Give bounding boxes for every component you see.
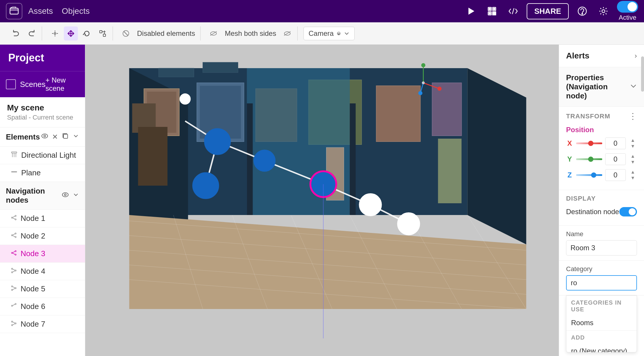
node-1-label: Node 1 [21,214,45,223]
select-tool[interactable] [48,26,62,41]
destination-node-toggle[interactable] [619,207,637,216]
node-5-label: Node 5 [21,284,45,293]
scenes-row: Scenes + New scene [0,71,85,97]
plane-item[interactable]: Plane [0,164,85,182]
y-axis-slider[interactable] [576,158,602,160]
svg-rect-91 [159,68,194,77]
viewport[interactable] [85,45,559,356]
svg-marker-1 [468,8,474,15]
y-step-down[interactable]: ▼ [629,159,637,165]
nav-nodes-expand-icon[interactable] [73,192,79,200]
svg-rect-6 [493,8,495,10]
node-7-label: Node 7 [21,320,45,329]
y-axis-row: Y 0 ▲ ▼ [566,153,637,165]
svg-line-74 [13,324,15,325]
elements-eye-icon[interactable] [41,132,49,142]
x-step-down[interactable]: ▼ [629,143,637,149]
right-panel-scrollbar[interactable] [641,56,644,92]
svg-line-61 [13,271,15,272]
svg-point-127 [418,91,423,95]
x-axis-slider[interactable] [576,142,602,144]
node-6-icon [11,303,17,311]
scenes-label[interactable]: Scenes [20,80,46,89]
transform-label: TRANSFORM [566,112,629,120]
svg-line-65 [13,287,15,288]
new-category-item[interactable]: ro (New category) [566,343,637,352]
node-2-item[interactable]: Node 2 [0,227,85,245]
x-axis-value[interactable]: 0 [605,137,626,149]
share-button[interactable]: SHARE [527,3,569,19]
node-6-label: Node 6 [21,302,45,311]
mesh-both-sides-toggle[interactable] [280,26,294,41]
scale-tool[interactable] [96,26,110,41]
plane-icon [11,169,18,177]
nav-nodes-eye-icon[interactable] [61,191,69,200]
rotate-tool[interactable] [80,26,94,41]
node-6-item[interactable]: Node 6 [0,298,85,315]
x-step-up[interactable]: ▲ [629,137,637,143]
directional-light-item[interactable]: Directional Light [0,147,85,164]
name-section: Name [559,226,644,261]
category-label: Category [566,265,637,273]
active-toggle[interactable] [617,1,638,13]
z-axis-label: Z [566,171,573,179]
move-tool[interactable] [64,26,78,41]
node-4-item[interactable]: Node 4 [0,263,85,280]
category-input[interactable] [566,275,637,290]
y-step-up[interactable]: ▲ [629,153,637,159]
camera-dropdown[interactable]: Camera [303,27,354,40]
y-axis-value[interactable]: 0 [605,153,626,165]
svg-rect-21 [100,31,102,33]
z-step-up[interactable]: ▲ [629,169,637,175]
z-axis-slider[interactable] [576,174,602,176]
redo-button[interactable] [25,26,39,41]
y-axis-stepper: ▲ ▼ [629,153,637,165]
alerts-arrow-icon[interactable]: › [635,52,637,60]
play-button[interactable] [463,4,478,19]
svg-point-68 [15,303,16,305]
settings-button[interactable] [596,4,611,19]
destination-node-label: Destination node [566,208,619,216]
svg-point-59 [15,270,16,271]
x-axis-label: X [566,139,573,147]
elements-copy-icon[interactable] [61,132,69,142]
svg-point-70 [11,321,13,322]
node-5-item[interactable]: Node 5 [0,280,85,298]
nav-assets[interactable]: Assets [28,4,53,18]
svg-point-120 [398,213,420,235]
elements-close-icon[interactable]: ✕ [52,133,58,141]
svg-rect-5 [489,8,490,10]
nav-objects[interactable]: Objects [62,4,90,18]
node-3-item[interactable]: Node 3 [0,245,85,263]
scene-sub: Spatial - Current scene [7,114,78,121]
code-button[interactable] [505,4,521,19]
elements-header: Elements ✕ [0,127,85,147]
properties-collapse-icon[interactable] [630,83,637,91]
undo-button[interactable] [9,26,23,41]
elements-expand-icon[interactable] [73,133,79,141]
node-1-item[interactable]: Node 1 [0,210,85,227]
rooms-item[interactable]: Rooms [566,315,637,330]
svg-rect-105 [138,127,168,186]
svg-point-119 [359,194,382,216]
transform-menu-icon[interactable]: ⋮ [629,111,637,121]
category-section: Category [559,261,644,295]
name-label: Name [566,230,637,238]
active-label: Active [619,14,636,21]
scene-item-myscene[interactable]: My scene Spatial - Current scene [0,97,85,127]
name-input[interactable] [566,240,637,256]
help-button[interactable] [575,4,590,19]
z-axis-stepper: ▲ ▼ [629,169,637,181]
z-axis-value[interactable]: 0 [605,169,626,181]
z-step-down[interactable]: ▼ [629,175,637,181]
properties-title: Properties (Navigation node) [566,73,630,100]
app-logo[interactable] [6,3,22,19]
qr-button[interactable] [484,4,500,19]
x-axis-row: X 0 ▲ ▼ [566,137,637,149]
svg-point-114 [180,94,191,104]
svg-point-62 [11,286,13,287]
elements-section: Elements ✕ [0,127,85,182]
new-scene-button[interactable]: + New scene [46,76,79,93]
svg-point-14 [582,14,583,14]
node-7-item[interactable]: Node 7 [0,315,85,333]
